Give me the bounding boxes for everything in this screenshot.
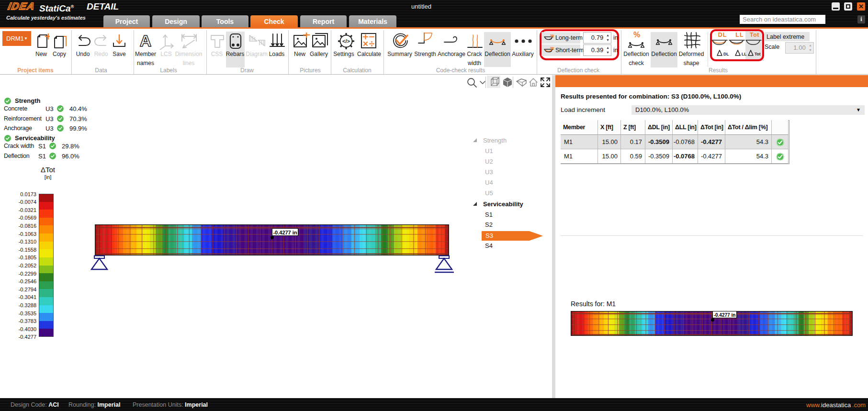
svg-text:</>: </>: [342, 38, 350, 44]
svg-text:%: %: [550, 34, 554, 38]
svg-text:Tot: Tot: [755, 52, 761, 56]
svg-text:%: %: [550, 47, 554, 51]
svg-text:%: %: [633, 32, 640, 39]
svg-text:DL: DL: [723, 52, 729, 56]
svg-text:LL: LL: [742, 52, 746, 56]
svg-text:A: A: [140, 33, 152, 49]
